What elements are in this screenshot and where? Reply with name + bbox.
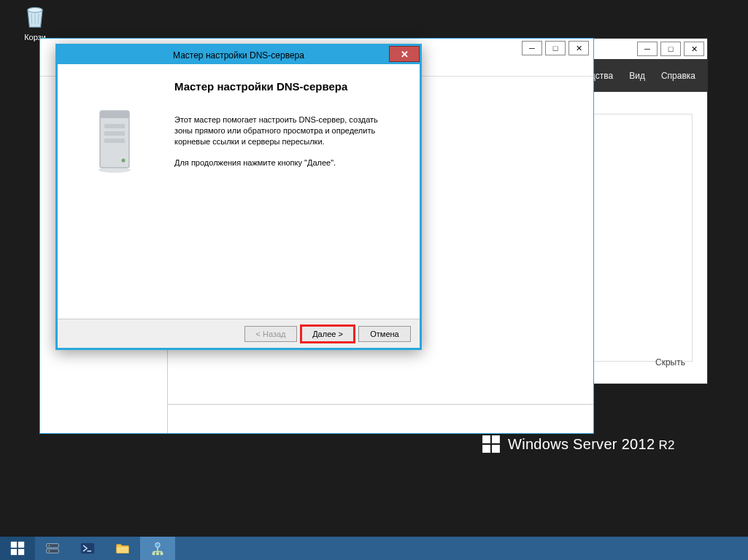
- taskbar-server-manager[interactable]: [35, 537, 70, 560]
- wizard-heading: Мастер настройки DNS-сервера: [174, 80, 398, 93]
- back-button: < Назад: [244, 326, 297, 342]
- dns-manager-icon: [150, 540, 166, 556]
- svg-rect-4: [104, 131, 125, 136]
- svg-point-19: [49, 551, 50, 552]
- branding-text: Windows Server 2012 R2: [508, 436, 675, 453]
- maximize-button[interactable]: □: [660, 42, 681, 56]
- svg-rect-16: [47, 544, 59, 548]
- taskbar-powershell[interactable]: [70, 537, 105, 560]
- svg-rect-12: [11, 542, 17, 548]
- wizard-paragraph-2: Для продолжения нажмите кнопку "Далее".: [174, 158, 398, 168]
- wizard-text-panel: Мастер настройки DNS-сервера Этот мастер…: [174, 64, 420, 319]
- windows-start-icon: [9, 540, 26, 556]
- wizard-window-title: Мастер настройки DNS-сервера: [58, 50, 420, 61]
- svg-rect-3: [104, 124, 125, 128]
- maximize-button[interactable]: □: [545, 41, 566, 55]
- taskbar-explorer[interactable]: [105, 537, 140, 560]
- close-button[interactable]: ✕: [684, 42, 704, 56]
- recycle-bin-icon: [20, 1, 50, 31]
- minimize-button[interactable]: ─: [522, 41, 542, 55]
- dns-statusbar: [168, 404, 593, 433]
- minimize-button[interactable]: ─: [637, 42, 658, 56]
- windows-server-branding: Windows Server 2012 R2: [482, 435, 675, 454]
- svg-rect-21: [117, 547, 129, 553]
- svg-point-18: [49, 545, 50, 546]
- svg-rect-11: [492, 445, 500, 453]
- wizard-footer: < Назад Далее > Отмена: [58, 319, 420, 348]
- wizard-paragraph-1: Этот мастер помогает настроить DNS-серве…: [174, 114, 398, 147]
- svg-rect-8: [482, 435, 490, 443]
- windows-logo-icon: [482, 435, 501, 454]
- wizard-titlebar[interactable]: Мастер настройки DNS-сервера ✕: [58, 46, 420, 64]
- svg-point-0: [28, 7, 42, 12]
- svg-rect-13: [18, 542, 24, 548]
- svg-rect-10: [482, 445, 490, 453]
- server-icon: [94, 108, 138, 174]
- dns-wizard-dialog: Мастер настройки DNS-сервера ✕ Мастер на…: [55, 44, 422, 350]
- taskbar-dns-manager[interactable]: [140, 537, 175, 560]
- server-manager-icon: [45, 540, 61, 556]
- svg-rect-23: [153, 553, 155, 556]
- svg-point-6: [122, 159, 126, 163]
- powershell-icon: [80, 540, 96, 556]
- menu-help[interactable]: Справка: [661, 71, 695, 81]
- svg-point-7: [99, 167, 131, 173]
- svg-rect-15: [18, 549, 24, 555]
- hide-link[interactable]: Скрыть: [655, 357, 685, 368]
- wizard-close-button[interactable]: ✕: [389, 46, 420, 62]
- wizard-image-panel: [58, 64, 174, 319]
- close-button[interactable]: ✕: [568, 41, 589, 55]
- svg-rect-14: [11, 549, 17, 555]
- cancel-button[interactable]: Отмена: [358, 326, 411, 342]
- next-button[interactable]: Далее >: [301, 326, 354, 342]
- taskbar: [0, 537, 748, 560]
- svg-point-22: [155, 542, 160, 547]
- start-button[interactable]: [0, 537, 35, 560]
- svg-rect-17: [47, 549, 59, 553]
- svg-rect-2: [100, 111, 129, 118]
- recycle-bin[interactable]: Корзи: [13, 1, 57, 42]
- svg-rect-9: [492, 435, 500, 443]
- menu-view[interactable]: Вид: [629, 71, 645, 81]
- svg-rect-25: [161, 553, 163, 556]
- folder-icon: [115, 540, 131, 556]
- svg-rect-5: [104, 139, 125, 143]
- svg-rect-24: [156, 553, 159, 556]
